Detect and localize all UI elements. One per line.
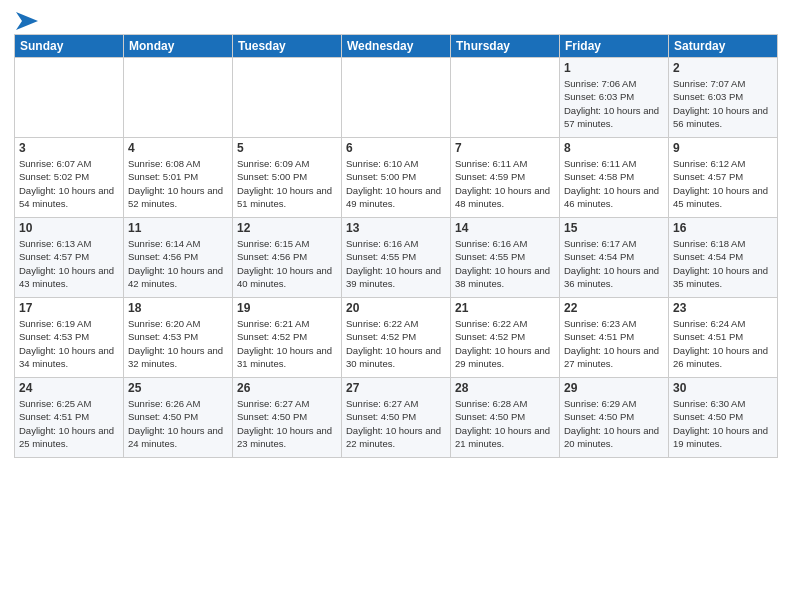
calendar-cell: [15, 58, 124, 138]
calendar-cell: 1Sunrise: 7:06 AM Sunset: 6:03 PM Daylig…: [560, 58, 669, 138]
day-number: 17: [19, 301, 119, 315]
day-info: Sunrise: 6:22 AM Sunset: 4:52 PM Dayligh…: [455, 317, 555, 370]
day-number: 29: [564, 381, 664, 395]
day-number: 24: [19, 381, 119, 395]
calendar-header-tuesday: Tuesday: [233, 35, 342, 58]
calendar-cell: 22Sunrise: 6:23 AM Sunset: 4:51 PM Dayli…: [560, 298, 669, 378]
calendar-cell: 17Sunrise: 6:19 AM Sunset: 4:53 PM Dayli…: [15, 298, 124, 378]
day-number: 18: [128, 301, 228, 315]
day-info: Sunrise: 6:28 AM Sunset: 4:50 PM Dayligh…: [455, 397, 555, 450]
day-number: 5: [237, 141, 337, 155]
day-info: Sunrise: 6:29 AM Sunset: 4:50 PM Dayligh…: [564, 397, 664, 450]
day-number: 10: [19, 221, 119, 235]
day-info: Sunrise: 6:23 AM Sunset: 4:51 PM Dayligh…: [564, 317, 664, 370]
day-number: 30: [673, 381, 773, 395]
day-number: 15: [564, 221, 664, 235]
day-info: Sunrise: 6:13 AM Sunset: 4:57 PM Dayligh…: [19, 237, 119, 290]
day-info: Sunrise: 6:25 AM Sunset: 4:51 PM Dayligh…: [19, 397, 119, 450]
day-info: Sunrise: 6:21 AM Sunset: 4:52 PM Dayligh…: [237, 317, 337, 370]
day-info: Sunrise: 6:11 AM Sunset: 4:59 PM Dayligh…: [455, 157, 555, 210]
header: [14, 10, 778, 28]
calendar-cell: [451, 58, 560, 138]
day-number: 6: [346, 141, 446, 155]
calendar-cell: 9Sunrise: 6:12 AM Sunset: 4:57 PM Daylig…: [669, 138, 778, 218]
day-info: Sunrise: 6:22 AM Sunset: 4:52 PM Dayligh…: [346, 317, 446, 370]
day-info: Sunrise: 6:19 AM Sunset: 4:53 PM Dayligh…: [19, 317, 119, 370]
day-number: 16: [673, 221, 773, 235]
calendar-header-wednesday: Wednesday: [342, 35, 451, 58]
calendar-cell: 2Sunrise: 7:07 AM Sunset: 6:03 PM Daylig…: [669, 58, 778, 138]
calendar-header-row: SundayMondayTuesdayWednesdayThursdayFrid…: [15, 35, 778, 58]
calendar-header-thursday: Thursday: [451, 35, 560, 58]
day-number: 27: [346, 381, 446, 395]
calendar-cell: 12Sunrise: 6:15 AM Sunset: 4:56 PM Dayli…: [233, 218, 342, 298]
day-number: 13: [346, 221, 446, 235]
calendar-cell: 10Sunrise: 6:13 AM Sunset: 4:57 PM Dayli…: [15, 218, 124, 298]
logo: [14, 14, 38, 28]
calendar-cell: [124, 58, 233, 138]
calendar-cell: [233, 58, 342, 138]
day-info: Sunrise: 6:11 AM Sunset: 4:58 PM Dayligh…: [564, 157, 664, 210]
day-number: 1: [564, 61, 664, 75]
day-info: Sunrise: 6:08 AM Sunset: 5:01 PM Dayligh…: [128, 157, 228, 210]
day-number: 28: [455, 381, 555, 395]
day-info: Sunrise: 6:24 AM Sunset: 4:51 PM Dayligh…: [673, 317, 773, 370]
logo-arrow-icon: [16, 12, 38, 30]
day-number: 4: [128, 141, 228, 155]
day-info: Sunrise: 7:07 AM Sunset: 6:03 PM Dayligh…: [673, 77, 773, 130]
calendar-cell: 23Sunrise: 6:24 AM Sunset: 4:51 PM Dayli…: [669, 298, 778, 378]
calendar-cell: 3Sunrise: 6:07 AM Sunset: 5:02 PM Daylig…: [15, 138, 124, 218]
calendar-header-friday: Friday: [560, 35, 669, 58]
day-info: Sunrise: 6:09 AM Sunset: 5:00 PM Dayligh…: [237, 157, 337, 210]
day-number: 26: [237, 381, 337, 395]
day-number: 2: [673, 61, 773, 75]
day-info: Sunrise: 6:16 AM Sunset: 4:55 PM Dayligh…: [346, 237, 446, 290]
day-number: 11: [128, 221, 228, 235]
day-info: Sunrise: 6:14 AM Sunset: 4:56 PM Dayligh…: [128, 237, 228, 290]
day-number: 3: [19, 141, 119, 155]
calendar-cell: 20Sunrise: 6:22 AM Sunset: 4:52 PM Dayli…: [342, 298, 451, 378]
day-number: 8: [564, 141, 664, 155]
day-info: Sunrise: 6:27 AM Sunset: 4:50 PM Dayligh…: [346, 397, 446, 450]
calendar-cell: 15Sunrise: 6:17 AM Sunset: 4:54 PM Dayli…: [560, 218, 669, 298]
calendar-cell: 7Sunrise: 6:11 AM Sunset: 4:59 PM Daylig…: [451, 138, 560, 218]
day-number: 14: [455, 221, 555, 235]
day-info: Sunrise: 6:30 AM Sunset: 4:50 PM Dayligh…: [673, 397, 773, 450]
day-info: Sunrise: 6:27 AM Sunset: 4:50 PM Dayligh…: [237, 397, 337, 450]
day-number: 12: [237, 221, 337, 235]
calendar-cell: 19Sunrise: 6:21 AM Sunset: 4:52 PM Dayli…: [233, 298, 342, 378]
day-info: Sunrise: 6:17 AM Sunset: 4:54 PM Dayligh…: [564, 237, 664, 290]
calendar-cell: 27Sunrise: 6:27 AM Sunset: 4:50 PM Dayli…: [342, 378, 451, 458]
calendar-cell: 25Sunrise: 6:26 AM Sunset: 4:50 PM Dayli…: [124, 378, 233, 458]
day-number: 19: [237, 301, 337, 315]
calendar-header-sunday: Sunday: [15, 35, 124, 58]
calendar-cell: 11Sunrise: 6:14 AM Sunset: 4:56 PM Dayli…: [124, 218, 233, 298]
calendar-cell: [342, 58, 451, 138]
calendar-week-row: 17Sunrise: 6:19 AM Sunset: 4:53 PM Dayli…: [15, 298, 778, 378]
day-number: 7: [455, 141, 555, 155]
calendar-cell: 30Sunrise: 6:30 AM Sunset: 4:50 PM Dayli…: [669, 378, 778, 458]
day-info: Sunrise: 6:10 AM Sunset: 5:00 PM Dayligh…: [346, 157, 446, 210]
day-info: Sunrise: 7:06 AM Sunset: 6:03 PM Dayligh…: [564, 77, 664, 130]
calendar-cell: 16Sunrise: 6:18 AM Sunset: 4:54 PM Dayli…: [669, 218, 778, 298]
svg-marker-0: [16, 12, 38, 30]
calendar-header-saturday: Saturday: [669, 35, 778, 58]
day-number: 20: [346, 301, 446, 315]
day-number: 23: [673, 301, 773, 315]
calendar-week-row: 3Sunrise: 6:07 AM Sunset: 5:02 PM Daylig…: [15, 138, 778, 218]
page: SundayMondayTuesdayWednesdayThursdayFrid…: [0, 0, 792, 466]
day-info: Sunrise: 6:26 AM Sunset: 4:50 PM Dayligh…: [128, 397, 228, 450]
day-info: Sunrise: 6:18 AM Sunset: 4:54 PM Dayligh…: [673, 237, 773, 290]
calendar-header-monday: Monday: [124, 35, 233, 58]
day-info: Sunrise: 6:15 AM Sunset: 4:56 PM Dayligh…: [237, 237, 337, 290]
calendar-table: SundayMondayTuesdayWednesdayThursdayFrid…: [14, 34, 778, 458]
calendar-cell: 18Sunrise: 6:20 AM Sunset: 4:53 PM Dayli…: [124, 298, 233, 378]
calendar-cell: 4Sunrise: 6:08 AM Sunset: 5:01 PM Daylig…: [124, 138, 233, 218]
calendar-week-row: 24Sunrise: 6:25 AM Sunset: 4:51 PM Dayli…: [15, 378, 778, 458]
calendar-cell: 26Sunrise: 6:27 AM Sunset: 4:50 PM Dayli…: [233, 378, 342, 458]
calendar-cell: 8Sunrise: 6:11 AM Sunset: 4:58 PM Daylig…: [560, 138, 669, 218]
calendar-cell: 28Sunrise: 6:28 AM Sunset: 4:50 PM Dayli…: [451, 378, 560, 458]
calendar-cell: 21Sunrise: 6:22 AM Sunset: 4:52 PM Dayli…: [451, 298, 560, 378]
calendar-cell: 24Sunrise: 6:25 AM Sunset: 4:51 PM Dayli…: [15, 378, 124, 458]
day-number: 9: [673, 141, 773, 155]
